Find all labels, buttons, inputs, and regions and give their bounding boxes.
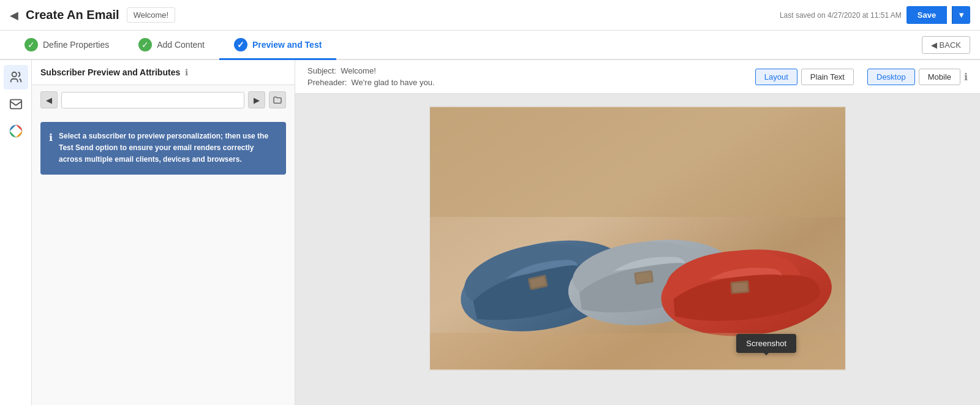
save-button[interactable]: Save [907, 6, 947, 24]
step-label-preview: Preview and Test [252, 40, 322, 50]
step-define-properties[interactable]: ✓ Define Properties [10, 31, 124, 60]
step-preview-test[interactable]: ✓ Preview and Test [219, 31, 336, 60]
step-check-icon-preview: ✓ [234, 38, 247, 51]
step-nav-right: ◀ BACK [922, 36, 970, 54]
svg-rect-1 [10, 100, 21, 109]
preview-header: Subject: Welcome! Preheader: We're glad … [295, 60, 980, 94]
subscriber-info-icon[interactable]: ℹ [185, 67, 188, 77]
preview-preheader: Preheader: We're glad to have you. [307, 78, 435, 87]
step-add-content[interactable]: ✓ Add Content [124, 31, 219, 60]
preheader-value: We're glad to have you. [352, 78, 435, 87]
sidebar-item-subscribers[interactable] [4, 65, 28, 89]
shoes-image: Screenshot [430, 107, 845, 370]
subscriber-info-box: ℹ Select a subscriber to preview persona… [40, 122, 286, 175]
preview-controls: Layout Plain Text Desktop Mobile ℹ [755, 69, 968, 85]
step-label-add: Add Content [157, 40, 205, 50]
subscriber-search-input[interactable] [61, 92, 244, 108]
sidebar-item-color-wheel[interactable] [4, 119, 28, 143]
screenshot-tooltip[interactable]: Screenshot [736, 334, 796, 353]
sidebar-item-email[interactable] [4, 92, 28, 116]
main-area: Subscriber Preview and Attributes ℹ ◀ ▶ … [0, 60, 980, 405]
step-label-define: Define Properties [43, 40, 109, 50]
svg-rect-16 [732, 282, 747, 292]
back-nav-icon[interactable]: ◀ [10, 9, 18, 22]
step-check-icon-define: ✓ [24, 38, 38, 51]
svg-point-0 [12, 72, 16, 77]
preview-area: Subject: Welcome! Preheader: We're glad … [295, 60, 980, 405]
folder-button[interactable] [269, 91, 286, 108]
mobile-tab-button[interactable]: Mobile [919, 69, 960, 85]
email-name-badge: Welcome! [127, 7, 176, 23]
preheader-label: Preheader: [307, 78, 347, 87]
svg-rect-4 [430, 107, 845, 217]
subscriber-panel-title: Subscriber Preview and Attributes [40, 67, 180, 77]
preview-meta: Subject: Welcome! Preheader: We're glad … [307, 66, 435, 87]
desktop-tab-button[interactable]: Desktop [867, 69, 915, 85]
subject-value: Welcome! [341, 66, 376, 75]
next-subscriber-button[interactable]: ▶ [248, 91, 265, 108]
preview-info-icon[interactable]: ℹ [964, 71, 968, 83]
preview-content: Screenshot [295, 94, 980, 405]
shoes-svg [430, 107, 845, 370]
layout-tab-button[interactable]: Layout [755, 69, 797, 85]
subscriber-panel-header: Subscriber Preview and Attributes ℹ [32, 60, 295, 85]
preview-subject: Subject: Welcome! [307, 66, 435, 75]
subscriber-search-bar: ◀ ▶ [32, 85, 295, 115]
save-dropdown-button[interactable]: ▼ [952, 6, 970, 24]
info-box-icon: ℹ [49, 132, 53, 143]
prev-subscriber-button[interactable]: ◀ [40, 91, 58, 108]
page-title: Create An Email [26, 8, 119, 22]
back-button[interactable]: ◀ BACK [922, 36, 970, 54]
last-saved-text: Last saved on 4/27/2020 at 11:51 AM [780, 11, 902, 20]
subject-label: Subject: [307, 66, 336, 75]
plain-text-tab-button[interactable]: Plain Text [801, 69, 854, 85]
step-check-icon-add: ✓ [138, 38, 152, 51]
email-preview-box: Screenshot [429, 106, 846, 371]
subscriber-panel: Subscriber Preview and Attributes ℹ ◀ ▶ … [32, 60, 295, 405]
icon-strip [0, 60, 32, 405]
info-box-text: Select a subscriber to preview personali… [59, 131, 277, 166]
step-nav: ✓ Define Properties ✓ Add Content ✓ Prev… [0, 31, 980, 60]
top-bar: ◀ Create An Email Welcome! Last saved on… [0, 0, 980, 31]
top-bar-right: Last saved on 4/27/2020 at 11:51 AM Save… [780, 6, 970, 24]
